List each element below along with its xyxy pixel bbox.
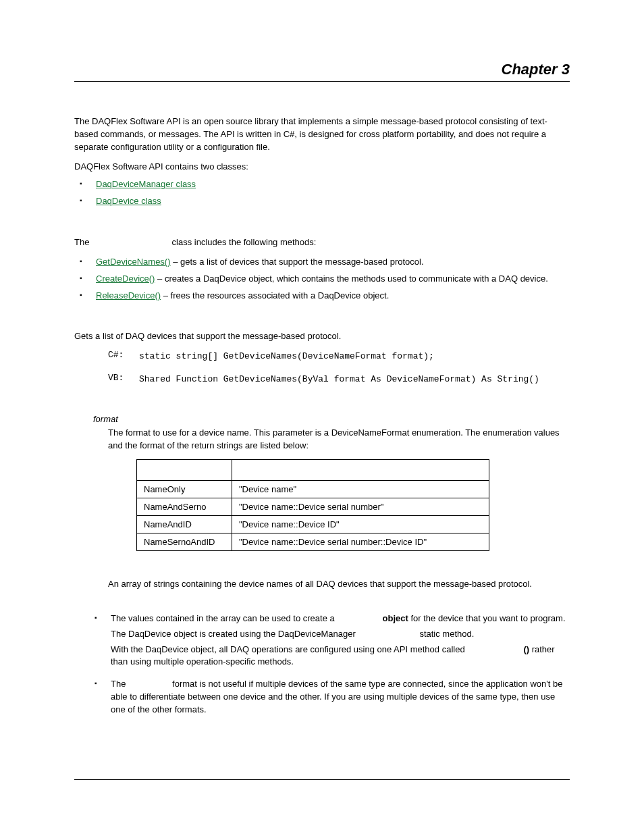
table-row: NameOnly "Device name" xyxy=(137,480,489,498)
link-getdevicenames[interactable]: GetDeviceNames() xyxy=(96,257,171,267)
text: The DaqDevice object is created using th… xyxy=(111,629,358,639)
table-row: NameAndSerno "Device name::Device serial… xyxy=(137,498,489,515)
link-daqdevice-class[interactable]: DaqDevice class xyxy=(96,196,161,206)
table-cell: "Device name::Device serial number" xyxy=(232,498,489,515)
text: – frees the resources associated with a … xyxy=(161,290,389,301)
parameter-description: The format to use for a device name. Thi… xyxy=(108,427,570,452)
link-daqdevicemanager-class[interactable]: DaqDeviceManager class xyxy=(96,179,196,189)
remarks-list: The values contained in the array can be… xyxy=(74,613,570,716)
text: for the device that you want to program. xyxy=(408,613,566,623)
text: class includes the following methods: xyxy=(169,237,317,247)
signature-lang-vb: VB: xyxy=(108,373,139,386)
signature-code-vb: Shared Function GetDeviceNames(ByVal for… xyxy=(139,373,570,386)
return-description: An array of strings containing the devic… xyxy=(108,578,570,591)
remark-item: The NameOnly format is not useful if mul… xyxy=(108,678,570,716)
text: static method. xyxy=(417,629,475,639)
methods-lead: The DaqDeviceManager class includes the … xyxy=(74,236,570,249)
chapter-label: Chapter 3 xyxy=(74,61,570,78)
signature-row: C#: static string[] GetDeviceNames(Devic… xyxy=(108,350,570,363)
table-header-cell xyxy=(137,459,232,480)
table-header-cell xyxy=(232,459,489,480)
table-cell: "Device name" xyxy=(232,480,489,498)
text: The xyxy=(74,237,92,247)
text: The xyxy=(111,679,128,689)
table-cell: "Device name::Device ID" xyxy=(232,515,489,533)
table-cell: NameAndID xyxy=(137,515,232,533)
text: The values contained in the array can be… xyxy=(111,613,337,623)
page-header: Chapter 3 xyxy=(74,61,570,82)
footer-divider xyxy=(74,779,570,780)
table-row: NameAndID "Device name::Device ID" xyxy=(137,515,489,533)
method-description: Gets a list of DAQ devices that support … xyxy=(74,330,570,343)
link-createdevice[interactable]: CreateDevice() xyxy=(96,273,155,284)
signature-block: C#: static string[] GetDeviceNames(Devic… xyxy=(108,350,570,386)
text: With the DaqDevice object, all DAQ opera… xyxy=(111,644,467,654)
table-cell: NameOnly xyxy=(137,480,232,498)
text-bold: () xyxy=(523,644,529,654)
list-item: DaqDevice class xyxy=(93,195,570,208)
intro-paragraph-2: DAQFlex Software API contains two classe… xyxy=(74,161,570,174)
parameter-name: format xyxy=(93,414,570,424)
text: format is not useful if multiple devices… xyxy=(111,679,562,714)
text-bold: object xyxy=(383,613,408,623)
list-item: CreateDevice() – creates a DaqDevice obj… xyxy=(93,273,570,286)
list-item: GetDeviceNames() – gets a list of device… xyxy=(93,256,570,269)
table-cell: NameSernoAndID xyxy=(137,533,232,550)
intro-paragraph-1: The DAQFlex Software API is an open sour… xyxy=(74,115,570,154)
text: – creates a DaqDevice object, which cont… xyxy=(155,273,547,284)
table-header-row xyxy=(137,459,489,480)
table-cell: NameAndSerno xyxy=(137,498,232,515)
signature-row: VB: Shared Function GetDeviceNames(ByVal… xyxy=(108,373,570,386)
document-page: Chapter 3 The DAQFlex Software API is an… xyxy=(0,0,644,834)
signature-code-csharp: static string[] GetDeviceNames(DeviceNam… xyxy=(139,350,570,363)
table-cell: "Device name::Device serial number::Devi… xyxy=(232,533,489,550)
signature-lang-csharp: C#: xyxy=(108,350,139,363)
list-item: ReleaseDevice() – frees the resources as… xyxy=(93,290,570,303)
list-item: DaqDeviceManager class xyxy=(93,178,570,191)
enum-table: NameOnly "Device name" NameAndSerno "Dev… xyxy=(136,459,489,551)
class-link-list: DaqDeviceManager class DaqDevice class xyxy=(74,178,570,208)
text: – gets a list of devices that support th… xyxy=(171,257,424,267)
link-releasedevice[interactable]: ReleaseDevice() xyxy=(96,290,161,301)
table-row: NameSernoAndID "Device name::Device seri… xyxy=(137,533,489,550)
remark-item: The values contained in the array can be… xyxy=(108,613,570,669)
methods-list: GetDeviceNames() – gets a list of device… xyxy=(74,256,570,303)
